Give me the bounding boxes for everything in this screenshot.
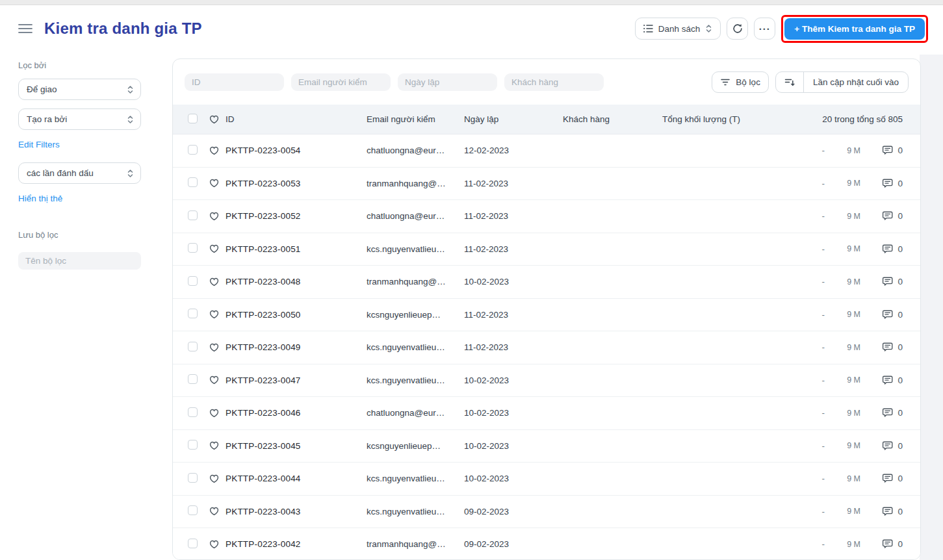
filter-icon [720,77,730,87]
row-comments[interactable]: 0 [860,407,903,418]
row-id-link[interactable]: PKTTP-0223-0049 [226,342,367,352]
sort-direction-button[interactable] [776,72,804,92]
list-view-icon [643,24,653,33]
favorite-heart-icon[interactable] [209,474,226,484]
assigned-to-select[interactable]: Để giao [18,79,141,100]
row-id-link[interactable]: PKTTP-0223-0048 [226,277,367,286]
row-checkbox[interactable] [188,539,198,548]
row-id-link[interactable]: PKTTP-0223-0052 [226,211,367,221]
row-date: 11-02-2023 [464,244,563,254]
row-comments[interactable]: 0 [860,375,903,386]
row-id-link[interactable]: PKTTP-0223-0042 [226,539,367,549]
tags-select[interactable]: các lần đánh dấu [18,162,141,184]
view-switcher-button[interactable]: Danh sách [635,18,721,40]
page-count-label[interactable]: 20 trong tổng số 805 [822,114,903,124]
row-weight: - [662,342,826,352]
row-checkbox[interactable] [188,210,198,220]
table-row[interactable]: PKTTP-0223-0043 kcs.nguyenvatlieu… 09-02… [173,496,920,529]
row-comments[interactable]: 0 [860,210,903,222]
favorite-heart-icon[interactable] [209,506,226,516]
created-by-select[interactable]: Tạo ra bởi [18,108,141,130]
row-id-link[interactable]: PKTTP-0223-0053 [226,179,367,188]
row-comments[interactable]: 0 [860,506,903,517]
favorite-heart-icon[interactable] [209,178,226,188]
filter-button[interactable]: Bộ lọc [712,71,769,93]
id-filter-input[interactable] [185,73,284,91]
filter-by-label: Lọc bởi [18,60,141,70]
favorite-heart-icon[interactable] [209,146,226,156]
row-id-link[interactable]: PKTTP-0223-0051 [226,244,367,254]
favorite-heart-icon[interactable] [209,244,226,254]
favorite-heart-icon[interactable] [209,440,226,451]
table-row[interactable]: PKTTP-0223-0047 kcs.nguyenvatlieu… 10-02… [173,364,920,398]
row-weight: - [662,441,826,451]
row-comments[interactable]: 0 [860,145,903,156]
table-row[interactable]: PKTTP-0223-0052 chatluongna@eur… 11-02-2… [173,200,920,233]
table-row[interactable]: PKTTP-0223-0048 tranmanhquang@… 10-02-20… [173,266,920,299]
table-row[interactable]: PKTTP-0223-0042 tranmanhquang@… 09-02-20… [173,528,920,560]
row-checkbox[interactable] [188,473,198,483]
row-checkbox[interactable] [188,407,198,417]
row-id-link[interactable]: PKTTP-0223-0043 [226,507,367,516]
table-row[interactable]: PKTTP-0223-0050 kcsnguyenlieuep… 11-02-2… [173,299,920,332]
edit-filters-link[interactable]: Edit Filters [18,140,60,149]
add-record-button[interactable]: + Thêm Kiem tra danh gia TP [784,18,925,40]
row-id-link[interactable]: PKTTP-0223-0050 [226,310,367,320]
refresh-button[interactable] [727,18,748,40]
favorite-heart-icon[interactable] [209,114,226,125]
favorite-heart-icon[interactable] [209,408,226,418]
row-checkbox[interactable] [188,145,198,155]
date-filter-input[interactable] [398,73,497,91]
sort-button-group: Lần cập nhật cuối vào [775,71,909,93]
row-email: chatluongna@eur… [367,211,464,221]
row-checkbox[interactable] [188,309,198,318]
favorite-heart-icon[interactable] [209,375,226,385]
table-row[interactable]: PKTTP-0223-0053 tranmanhquang@… 11-02-20… [173,168,920,201]
hamburger-menu-icon[interactable] [18,23,32,34]
row-checkbox[interactable] [188,243,198,253]
row-comments[interactable]: 0 [860,539,903,550]
row-email: kcs.nguyenvatlieu… [367,507,464,516]
favorite-heart-icon[interactable] [209,539,226,550]
row-checkbox[interactable] [188,276,198,286]
row-comments[interactable]: 0 [860,440,903,452]
row-comments[interactable]: 0 [860,178,903,189]
row-checkbox[interactable] [188,505,198,515]
favorite-heart-icon[interactable] [209,342,226,353]
customer-filter-input[interactable] [504,73,604,91]
row-comments[interactable]: 0 [860,244,903,255]
show-tags-link[interactable]: Hiển thị thẻ [18,194,62,203]
row-id-link[interactable]: PKTTP-0223-0047 [226,375,367,385]
comment-bubble-icon [882,375,894,386]
select-all-checkbox[interactable] [188,114,198,123]
row-comments[interactable]: 0 [860,342,903,353]
row-checkbox[interactable] [188,374,198,384]
row-checkbox[interactable] [188,177,198,187]
row-id-link[interactable]: PKTTP-0223-0046 [226,408,367,418]
row-checkbox[interactable] [188,342,198,351]
favorite-heart-icon[interactable] [209,309,226,320]
row-email: kcs.nguyenvatlieu… [367,375,464,385]
list-header-row: ID Email người kiểm Ngày lập Khách hàng … [173,105,920,134]
menu-button[interactable]: ··· [754,18,775,40]
row-id-link[interactable]: PKTTP-0223-0044 [226,474,367,483]
row-id-link[interactable]: PKTTP-0223-0045 [226,441,367,451]
sort-descending-icon [784,77,795,87]
table-row[interactable]: PKTTP-0223-0049 kcs.nguyenvatlieu… 11-02… [173,331,920,364]
favorite-heart-icon[interactable] [209,211,226,222]
row-id-link[interactable]: PKTTP-0223-0054 [226,146,367,155]
row-comments[interactable]: 0 [860,309,903,320]
row-comments[interactable]: 0 [860,276,903,287]
row-checkbox[interactable] [188,440,198,450]
table-row[interactable]: PKTTP-0223-0054 chatluongna@eur… 12-02-2… [173,134,920,168]
sort-field-button[interactable]: Lần cập nhật cuối vào [804,72,908,92]
filter-name-input[interactable] [18,252,141,270]
table-row[interactable]: PKTTP-0223-0045 kcsnguyenlieuep… 10-02-2… [173,430,920,463]
table-row[interactable]: PKTTP-0223-0046 chatluongna@eur… 10-02-2… [173,397,920,430]
favorite-heart-icon[interactable] [209,277,226,287]
email-filter-input[interactable] [291,73,391,91]
row-comments[interactable]: 0 [860,473,903,484]
table-row[interactable]: PKTTP-0223-0044 kcs.nguyenvatlieu… 10-02… [173,463,920,496]
comment-bubble-icon [882,244,894,255]
table-row[interactable]: PKTTP-0223-0051 kcs.nguyenvatlieu… 11-02… [173,233,920,266]
